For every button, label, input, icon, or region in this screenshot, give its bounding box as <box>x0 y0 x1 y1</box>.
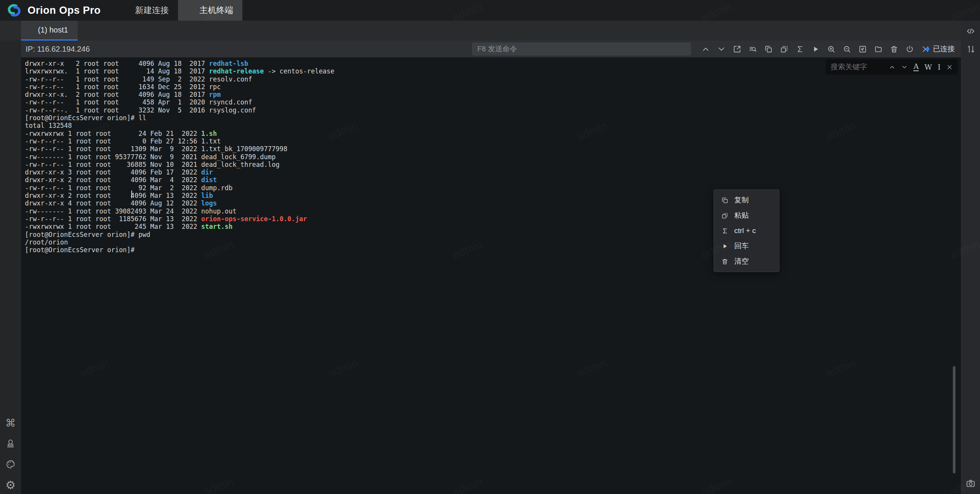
context-menu-item-label: 清空 <box>734 256 749 266</box>
terminal-line: /root/orion <box>25 238 335 246</box>
terminal-viewport[interactable]: drwxr-xr-x 2 root root 4096 Aug 18 2017 … <box>21 57 961 494</box>
terminal-line: -rw-r--r-- 1 root root 458 Apr 1 2020 rs… <box>25 98 335 106</box>
context-menu-item-label: 回车 <box>734 241 749 251</box>
sigma-icon <box>721 227 728 235</box>
tab-host1[interactable]: (1) host1 <box>21 21 78 41</box>
menu-host-terminal-label: 主机终端 <box>199 5 233 16</box>
menu-new-connection-label: 新建连接 <box>135 5 169 16</box>
search-close-search-button[interactable] <box>946 64 953 70</box>
terminal-line: drwxr-xr-x. 2 root root 4096 Aug 18 2017… <box>25 91 335 98</box>
sidebar-editor-button[interactable] <box>965 26 976 36</box>
connection-status: 已连接 <box>926 41 955 57</box>
app-title: Orion Ops Pro <box>28 5 101 16</box>
terminal-line: drwxr-xr-x 3 root root 4096 Feb 17 2022 … <box>25 168 335 176</box>
toolbar-zoom-out-button[interactable] <box>843 45 851 54</box>
context-menu-item-2[interactable]: ctrl + c <box>714 223 779 238</box>
terminal-line: -rw-r--r-- 1 root root 149 Sep 2 2022 re… <box>25 75 335 83</box>
terminal-line: drwxr-xr-x 4 root root 4096 Aug 12 2022 … <box>25 199 335 207</box>
search-whole-word-button[interactable]: W <box>924 63 932 71</box>
toolbar-trash-button[interactable] <box>890 45 898 54</box>
terminal-line: -rw-r--r-- 1 root root 92 Mar 2 2022 dum… <box>25 184 335 192</box>
context-menu-item-label: ctrl + c <box>734 227 756 235</box>
toolbar-copy-button[interactable] <box>764 45 773 54</box>
toolbar-chevron-down-button[interactable] <box>717 45 726 54</box>
close-all-button[interactable] <box>944 27 952 35</box>
terminal-line: -rw-r--r-- 1 root root 0 Feb 27 12:56 1.… <box>25 137 335 145</box>
fullscreen-icon[interactable] <box>964 5 974 15</box>
connected-label: 已连接 <box>933 44 955 54</box>
terminal-toolbar: IP: 116.62.194.246 已连接 <box>21 41 961 57</box>
toolbar-paste-button[interactable] <box>780 45 789 54</box>
play-icon <box>721 243 728 250</box>
tab-host1-label: (1) host1 <box>38 26 68 34</box>
top-bar: Orion Ops Pro 新建连接 主机终端 <box>0 0 980 21</box>
terminal-tab-bar: (1) host1 <box>0 21 961 41</box>
plus-icon <box>6 26 15 35</box>
plus-icon <box>123 6 131 15</box>
connected-dot-icon <box>926 47 929 51</box>
send-command-input[interactable] <box>472 42 691 55</box>
terminal-context-menu: 复制粘贴ctrl + c回车清空 <box>714 189 779 272</box>
toolbar-code-block-button[interactable] <box>858 45 867 54</box>
terminal-scrollbar[interactable] <box>953 366 956 473</box>
toolbar-sigma-button[interactable] <box>795 45 804 54</box>
toolbar-folder-button[interactable] <box>874 45 883 54</box>
chevron-up-icon <box>889 64 895 70</box>
terminal-line: [root@OrionEcsServer orion]# <box>25 246 335 254</box>
menu-host-terminal[interactable]: 主机终端 <box>178 0 242 21</box>
chevron-down-icon <box>901 64 908 70</box>
toolbar-play-button[interactable] <box>811 45 820 54</box>
terminal-line: drwxr-xr-x 2 root root 4096 Mar 13 2022 … <box>25 192 335 199</box>
monitor-icon <box>27 26 34 34</box>
context-menu-item-4[interactable]: 清空 <box>714 254 779 269</box>
search-input[interactable]: 搜索关键字 <box>831 62 889 72</box>
terminal-line: lrwxrwxrwx. 1 root root 14 Aug 18 2017 r… <box>25 67 335 75</box>
monitor-icon <box>187 6 196 15</box>
terminal-line: [root@OrionEcsServer orion]# ll <box>25 114 335 122</box>
toolbar-power-button[interactable] <box>905 45 914 54</box>
search-regex-button[interactable]: I <box>938 63 941 71</box>
terminal-line: -rw-r--r-- 1 root root 1185676 Mar 13 20… <box>25 215 335 223</box>
sidebar-shortcut-commands-button[interactable]: ⌘ <box>5 418 16 428</box>
text-cursor <box>131 191 132 198</box>
toolbar-chevron-up-button[interactable] <box>701 45 710 54</box>
sidebar-theme-button[interactable] <box>5 459 16 470</box>
right-sidebar <box>961 21 980 494</box>
search-find-prev-button[interactable] <box>889 64 895 70</box>
copy-icon <box>721 197 728 204</box>
context-menu-item-3[interactable]: 回车 <box>714 238 779 254</box>
context-menu-item-0[interactable]: 复制 <box>714 192 779 208</box>
host-ip-label: IP: 116.62.194.246 <box>26 41 90 57</box>
context-menu-item-1[interactable]: 粘贴 <box>714 208 779 223</box>
close-icon <box>946 64 953 70</box>
sidebar-settings-button[interactable]: ⚙ <box>5 480 16 490</box>
terminal-line: -rwxrwxrwx 1 root root 24 Feb 21 2022 1.… <box>25 130 335 137</box>
terminal-line: drwxr-xr-x 2 root root 4096 Mar 4 2022 d… <box>25 176 335 184</box>
add-tab-button[interactable] <box>86 27 94 35</box>
paste-icon <box>721 212 728 219</box>
app-logo-icon <box>5 3 23 18</box>
terminal-search-box: 搜索关键字 AWI <box>826 59 958 75</box>
menu-new-connection[interactable]: 新建连接 <box>114 0 178 21</box>
sidebar-transfer-list-button[interactable] <box>965 44 976 54</box>
toolbar-search-in-text-button[interactable] <box>748 45 757 54</box>
terminal-output: drwxr-xr-x 2 root root 4096 Aug 18 2017 … <box>25 60 335 254</box>
new-terminal-button[interactable] <box>0 21 21 41</box>
context-menu-item-label: 复制 <box>734 195 749 205</box>
terminal-line: drwxr-xr-x 2 root root 4096 Aug 18 2017 … <box>25 60 335 67</box>
sidebar-screenshot-button[interactable] <box>965 478 976 489</box>
terminal-line: -rw-r--r-- 1 root root 36885 Nov 10 2021… <box>25 161 335 168</box>
toolbar-zoom-in-button[interactable] <box>827 45 836 54</box>
terminal-line: [root@OrionEcsServer orion]# pwd <box>25 231 335 238</box>
search-match-case-button[interactable]: A <box>913 63 919 71</box>
terminal-line: -rwxrwxrwx 1 root root 245 Mar 13 2022 s… <box>25 223 335 230</box>
terminal-line: -rw-r--r-- 1 root root 1634 Dec 25 2012 … <box>25 83 335 91</box>
terminal-line: -rw-r--r-- 1 root root 1309 Mar 9 2022 1… <box>25 145 335 153</box>
toolbar-icon-group <box>701 41 930 57</box>
toolbar-expand-button[interactable] <box>733 45 742 54</box>
terminal-line: total 132548 <box>25 122 335 129</box>
context-menu-item-label: 粘贴 <box>734 210 749 220</box>
search-find-next-button[interactable] <box>901 64 908 70</box>
sidebar-session-info-button[interactable] <box>5 439 16 449</box>
terminal-line: -rw------- 1 root root 95377762 Nov 9 20… <box>25 153 335 161</box>
